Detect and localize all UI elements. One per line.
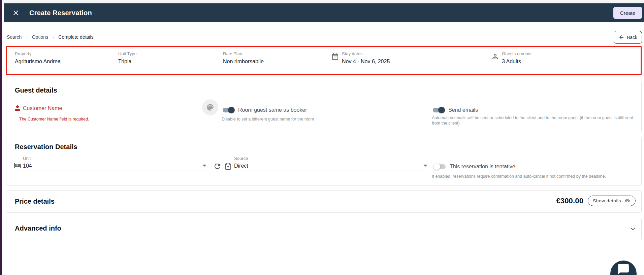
- breadcrumb-separator-icon: ›: [26, 35, 27, 40]
- bed-icon: [13, 161, 22, 169]
- send-emails-helper: Automation emails will be sent or schedu…: [432, 115, 639, 126]
- source-select[interactable]: Direct: [234, 163, 248, 169]
- chat-fab-button[interactable]: [610, 261, 637, 275]
- price-details-heading: Price details: [15, 198, 55, 205]
- palette-button[interactable]: [202, 99, 218, 115]
- breadcrumb-separator-icon: ›: [53, 35, 54, 40]
- toggle-knob: [228, 107, 235, 113]
- room-guest-same-helper: Disable to set a different guest name fo…: [222, 116, 314, 123]
- palette-icon: [206, 103, 215, 112]
- calendar-upload-icon: [224, 162, 233, 170]
- property-label: Property: [15, 51, 61, 56]
- refresh-icon: [213, 162, 222, 170]
- source-label: Source: [234, 156, 248, 161]
- toggle-knob: [433, 163, 440, 170]
- summary-guests: Guests number 3 Adults: [491, 51, 532, 65]
- price-right-group: €300.00 Show details: [556, 196, 636, 206]
- price-total: €300.00: [556, 197, 583, 205]
- property-value: Agriturismo Andrea: [15, 59, 61, 65]
- eye-icon: [624, 198, 631, 204]
- breadcrumb-complete-details: Complete details: [58, 34, 93, 40]
- unit-type-label: Unit Type: [118, 51, 137, 56]
- customer-name-input[interactable]: Customer Name: [23, 105, 62, 111]
- unit-type-value: Tripla: [118, 59, 137, 65]
- guests-number-label: Guests number: [502, 51, 532, 56]
- breadcrumb: Search › Options › Complete details: [7, 34, 94, 40]
- customer-name-error: The Customer Name field is required.: [19, 117, 89, 122]
- advanced-info-card[interactable]: Advanced info: [6, 218, 642, 240]
- guest-details-heading: Guest details: [15, 87, 57, 94]
- toggle-knob: [438, 107, 445, 113]
- unit-label: Unit: [23, 156, 31, 161]
- guests-number-value: 3 Adults: [502, 59, 532, 65]
- send-emails-label: Send emails: [448, 107, 478, 113]
- back-arrow-icon: [618, 34, 624, 40]
- chevron-down-icon[interactable]: [423, 165, 427, 167]
- advanced-info-heading: Advanced info: [15, 225, 61, 232]
- booking-summary-card: Property Agriturismo Andrea Unit Type Tr…: [6, 46, 642, 75]
- show-details-label: Show details: [593, 198, 621, 203]
- person-outline-icon: [491, 53, 499, 61]
- back-button[interactable]: Back: [614, 31, 642, 44]
- summary-unit-type: Unit Type Tripla: [118, 51, 137, 65]
- page-title: Create Reservation: [29, 9, 92, 17]
- reservation-details-card: Reservation Details Unit 104 Source Dire…: [6, 137, 642, 186]
- rate-plan-value: Non rimborsabile: [223, 59, 264, 65]
- chevron-down-icon[interactable]: [202, 165, 206, 167]
- create-reservation-page: Create Reservation Create Search › Optio…: [0, 0, 644, 275]
- calendar-icon: [331, 53, 339, 61]
- stay-dates-label: Stay dates: [342, 51, 390, 56]
- room-guest-same-toggle[interactable]: [222, 107, 235, 113]
- left-edge-strip: [0, 0, 2, 275]
- show-details-button[interactable]: Show details: [588, 196, 636, 206]
- modal-header: Create Reservation Create: [4, 3, 644, 22]
- price-details-card: Price details €300.00 Show details: [6, 190, 642, 213]
- stay-dates-value: Nov 4 - Nov 6, 2025: [342, 59, 390, 65]
- send-emails-toggle[interactable]: [432, 107, 445, 113]
- source-underline: [233, 171, 428, 171]
- chat-icon: [617, 263, 630, 275]
- tentative-toggle[interactable]: [433, 163, 446, 170]
- unit-underline: [17, 171, 209, 171]
- rate-plan-label: Rate Plan: [223, 51, 264, 56]
- guest-details-card: Guest details Customer Name The Customer…: [6, 81, 642, 132]
- room-guest-same-label: Room guest same as booker: [238, 107, 307, 113]
- breadcrumb-options[interactable]: Options: [32, 34, 48, 40]
- assign-unit-button[interactable]: [224, 162, 233, 171]
- chevron-down-icon[interactable]: [629, 225, 637, 233]
- summary-stay-dates: Stay dates Nov 4 - Nov 6, 2025: [331, 51, 390, 65]
- reservation-details-heading: Reservation Details: [15, 143, 77, 151]
- back-button-label: Back: [627, 35, 637, 40]
- close-button[interactable]: [11, 8, 20, 17]
- breadcrumb-search[interactable]: Search: [7, 34, 22, 40]
- customer-name-underline: [19, 114, 201, 114]
- tentative-label: This reservation is tentative: [450, 164, 515, 170]
- unit-select[interactable]: 104: [23, 163, 32, 169]
- summary-rate-plan: Rate Plan Non rimborsabile: [223, 51, 264, 65]
- tentative-helper: If enabled, reservations require confirm…: [432, 173, 606, 180]
- top-edge-strip: [2, 0, 644, 3]
- summary-property: Property Agriturismo Andrea: [15, 51, 61, 65]
- refresh-units-button[interactable]: [213, 162, 222, 171]
- person-icon: [13, 104, 22, 112]
- close-icon: [12, 9, 20, 17]
- create-button[interactable]: Create: [613, 7, 642, 19]
